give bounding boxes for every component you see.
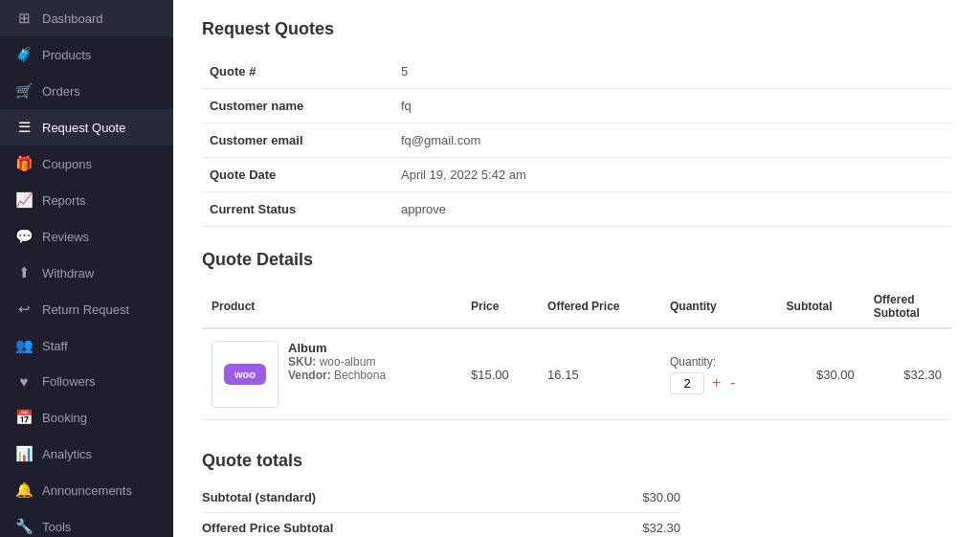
quantity-cell: Quantity: 2 + - bbox=[660, 328, 777, 420]
table-row: woo Album SKU: woo-album Vendor: Bechbon… bbox=[202, 328, 951, 420]
product-cell: woo Album SKU: woo-album Vendor: Bechbon… bbox=[202, 328, 461, 420]
info-label: Current Status bbox=[202, 192, 393, 227]
withdraw-icon: ⬆ bbox=[15, 264, 33, 281]
total-value: $30.00 bbox=[642, 490, 680, 504]
product-price: $15.00 bbox=[461, 328, 538, 420]
sidebar-item-staff[interactable]: 👥 Staff bbox=[0, 327, 173, 364]
sidebar-item-followers[interactable]: ♥ Followers bbox=[0, 364, 173, 399]
total-label: Subtotal (standard) bbox=[202, 490, 316, 504]
info-label: Quote # bbox=[202, 55, 393, 89]
qty-plus-button[interactable]: + bbox=[710, 374, 723, 392]
orders-icon: 🛒 bbox=[15, 82, 33, 100]
sidebar-label-reviews: Reviews bbox=[42, 230, 89, 244]
product-sku: SKU: woo-album bbox=[288, 355, 386, 369]
sidebar-label-tools: Tools bbox=[42, 520, 71, 534]
sidebar-item-analytics[interactable]: 📊 Analytics bbox=[0, 436, 173, 472]
sidebar-label-announcements: Announcements bbox=[42, 483, 132, 498]
info-row: Current Statusapprove bbox=[202, 192, 951, 227]
info-row: Customer namefq bbox=[202, 89, 951, 123]
info-value: approve bbox=[393, 192, 951, 227]
info-label: Customer email bbox=[202, 123, 393, 158]
sidebar-item-products[interactable]: 🧳 Products bbox=[0, 36, 173, 73]
woo-text: woo bbox=[234, 369, 256, 380]
sidebar-item-announcements[interactable]: 🔔 Announcements bbox=[0, 472, 173, 508]
th-subtotal: Subtotal bbox=[777, 285, 864, 328]
analytics-icon: 📊 bbox=[15, 445, 33, 462]
product-vendor: Vendor: Bechbona bbox=[288, 369, 386, 382]
totals-title: Quote totals bbox=[202, 451, 951, 471]
sidebar-label-followers: Followers bbox=[42, 374, 96, 389]
request-quote-icon: ☰ bbox=[15, 119, 33, 136]
quote-table: Product Price Offered Price Quantity Sub… bbox=[202, 285, 951, 420]
offered-price: 16.15 bbox=[538, 328, 660, 420]
sidebar-label-withdraw: Withdraw bbox=[42, 266, 94, 280]
sidebar-label-booking: Booking bbox=[42, 411, 87, 425]
info-value: fq bbox=[393, 89, 951, 123]
return-request-icon: ↩ bbox=[15, 301, 33, 318]
sidebar-label-staff: Staff bbox=[42, 339, 68, 353]
sidebar-label-return-request: Return Request bbox=[42, 302, 129, 317]
product-name: Album bbox=[288, 341, 386, 355]
reports-icon: 📈 bbox=[15, 191, 33, 209]
info-label: Quote Date bbox=[202, 158, 393, 192]
sidebar-item-booking[interactable]: 📅 Booking bbox=[0, 399, 173, 436]
sidebar-label-analytics: Analytics bbox=[42, 447, 92, 461]
th-quantity: Quantity bbox=[660, 285, 777, 328]
reviews-icon: 💬 bbox=[15, 228, 33, 245]
offered-subtotal-value: $32.30 bbox=[864, 328, 951, 420]
info-label: Customer name bbox=[202, 89, 393, 123]
booking-icon: 📅 bbox=[15, 409, 33, 426]
info-table: Quote #5Customer namefqCustomer emailfq@… bbox=[202, 55, 951, 227]
sidebar-item-tools[interactable]: 🔧 Tools bbox=[0, 508, 173, 537]
quantity-input[interactable]: 2 bbox=[670, 372, 704, 394]
info-value: April 19, 2022 5:42 am bbox=[393, 158, 951, 192]
sidebar-item-dashboard[interactable]: ⊞ Dashboard bbox=[0, 0, 173, 36]
sidebar-label-coupons: Coupons bbox=[42, 157, 92, 171]
coupons-icon: 🎁 bbox=[15, 155, 33, 172]
page-title: Request Quotes bbox=[202, 19, 951, 39]
total-label: Offered Price Subtotal bbox=[202, 521, 333, 535]
info-value: fq@gmail.com bbox=[393, 123, 951, 158]
sidebar-item-coupons[interactable]: 🎁 Coupons bbox=[0, 145, 173, 182]
tools-icon: 🔧 bbox=[15, 518, 33, 535]
sidebar-label-products: Products bbox=[42, 48, 91, 62]
info-row: Customer emailfq@gmail.com bbox=[202, 123, 951, 158]
sidebar-item-withdraw[interactable]: ⬆ Withdraw bbox=[0, 255, 173, 291]
product-thumbnail: woo bbox=[212, 341, 278, 408]
th-price: Price bbox=[461, 285, 538, 328]
th-offered-price: Offered Price bbox=[538, 285, 660, 328]
qty-minus-button[interactable]: - bbox=[728, 374, 737, 392]
dashboard-icon: ⊞ bbox=[15, 10, 33, 27]
info-row: Quote #5 bbox=[202, 55, 951, 89]
sidebar: ⊞ Dashboard 🧳 Products 🛒 Orders ☰ Reques… bbox=[0, 0, 173, 537]
total-value: $32.30 bbox=[642, 521, 680, 535]
sidebar-item-reviews[interactable]: 💬 Reviews bbox=[0, 218, 173, 255]
sidebar-label-request-quote: Request Quote bbox=[42, 121, 125, 135]
main-content: Request Quotes Quote #5Customer namefqCu… bbox=[173, 0, 980, 537]
quote-totals: Quote totals Subtotal (standard)$30.00Of… bbox=[202, 443, 951, 537]
info-value: 5 bbox=[393, 55, 951, 89]
sidebar-item-reports[interactable]: 📈 Reports bbox=[0, 182, 173, 218]
quantity-label: Quantity: bbox=[670, 355, 768, 369]
th-offered-subtotal: OfferedSubtotal bbox=[864, 285, 951, 328]
staff-icon: 👥 bbox=[15, 337, 33, 354]
followers-icon: ♥ bbox=[15, 373, 33, 390]
sidebar-item-orders[interactable]: 🛒 Orders bbox=[0, 73, 173, 109]
sidebar-label-orders: Orders bbox=[42, 84, 80, 99]
total-row: Subtotal (standard)$30.00 bbox=[202, 482, 680, 513]
total-row: Offered Price Subtotal$32.30 bbox=[202, 513, 680, 537]
sidebar-item-return-request[interactable]: ↩ Return Request bbox=[0, 291, 173, 327]
sidebar-item-request-quote[interactable]: ☰ Request Quote bbox=[0, 109, 173, 145]
sidebar-label-dashboard: Dashboard bbox=[42, 11, 103, 26]
announcements-icon: 🔔 bbox=[15, 481, 33, 499]
quote-details-title: Quote Details bbox=[202, 250, 951, 270]
info-row: Quote DateApril 19, 2022 5:42 am bbox=[202, 158, 951, 192]
th-product: Product bbox=[202, 285, 461, 328]
sidebar-label-reports: Reports bbox=[42, 193, 86, 208]
products-icon: 🧳 bbox=[15, 46, 33, 63]
subtotal-value: $30.00 bbox=[777, 328, 864, 420]
